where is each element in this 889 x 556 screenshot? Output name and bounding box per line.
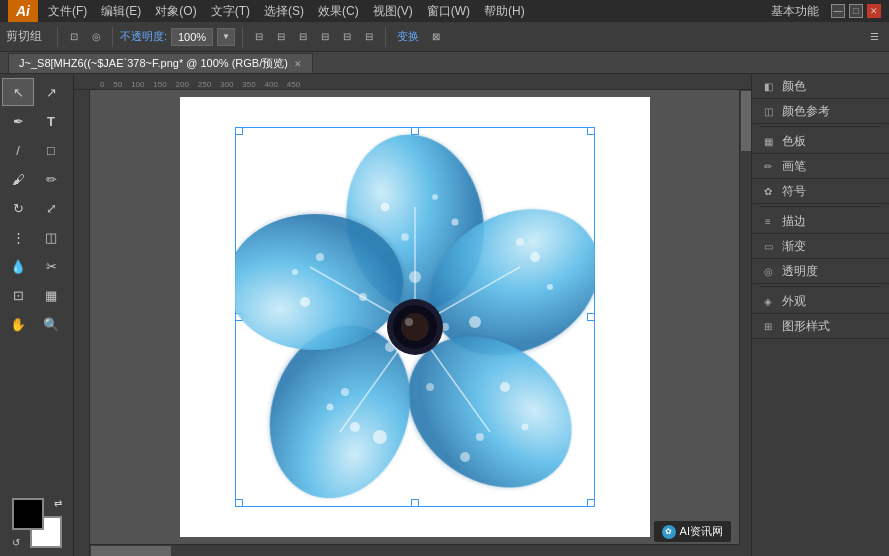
svg-point-25 [469,316,481,328]
opacity-input[interactable]: 100% [171,28,213,46]
menu-bar: 文件(F) 编辑(E) 对象(O) 文字(T) 选择(S) 效果(C) 视图(V… [42,1,531,22]
panel-color-guide-section: ◫ 颜色参考 [752,99,889,124]
direct-select-tool[interactable]: ↗ [35,78,67,106]
horizontal-scrollbar-thumb[interactable] [91,546,171,556]
watermark-text: AI资讯网 [680,524,723,539]
artboard[interactable] [180,97,650,537]
opacity-dropdown[interactable]: ▼ [217,28,235,46]
svg-point-6 [432,194,438,200]
toolbar: 剪切组 ⊡ ◎ 不透明度: 100% ▼ ⊟ ⊟ ⊟ ⊟ ⊟ ⊟ 变换 ⊠ ☰ [0,22,889,52]
ruler-top: 0 50 100 150 200 250 300 350 400 450 [74,74,751,90]
paintbrush-tool[interactable]: 🖌 [2,165,34,193]
toolbar-icon-7[interactable]: ⊟ [338,28,356,46]
panel-color-guide-header[interactable]: ◫ 颜色参考 [752,99,889,123]
bar-graph-tool[interactable]: ▦ [35,281,67,309]
color-reset-icon[interactable]: ↺ [12,537,20,548]
toolbar-icon-5[interactable]: ⊟ [294,28,312,46]
toolbar-separator-1 [57,27,58,47]
appearance-panel-label: 外观 [782,293,806,310]
svg-point-19 [292,269,298,275]
toolbar-icon-6[interactable]: ⊟ [316,28,334,46]
panel-stroke-header[interactable]: ≡ 描边 [752,209,889,233]
panel-stroke-section: ≡ 描边 [752,209,889,234]
artboard-tool[interactable]: ⊡ [2,281,34,309]
horizontal-scrollbar[interactable] [90,544,739,556]
menu-view[interactable]: 视图(V) [367,1,419,22]
svg-point-7 [401,233,409,241]
vertical-scrollbar[interactable] [739,90,751,544]
swatches-panel-icon: ▦ [760,133,776,149]
workspace-label: 基本功能 [771,3,819,20]
hand-tool[interactable]: ✋ [2,310,34,338]
vertical-scrollbar-thumb[interactable] [741,91,751,151]
type-tool[interactable]: T [35,107,67,135]
title-bar-left: Ai 文件(F) 编辑(E) 对象(O) 文字(T) 选择(S) 效果(C) 视… [8,0,531,22]
menu-help[interactable]: 帮助(H) [478,1,531,22]
close-button[interactable]: ✕ [867,4,881,18]
ruler-left [74,90,90,556]
color-switch-icon[interactable]: ⇄ [54,498,62,509]
toolbar-icon-2[interactable]: ◎ [87,28,105,46]
toolbar-icon-8[interactable]: ⊟ [360,28,378,46]
zoom-tool[interactable]: 🔍 [35,310,67,338]
menu-type[interactable]: 文字(T) [205,1,256,22]
rect-tool[interactable]: □ [35,136,67,164]
panel-appearance-header[interactable]: ◈ 外观 [752,289,889,313]
tool-row-5: ↻ ⤢ [2,194,71,222]
graphic-styles-panel-label: 图形样式 [782,318,830,335]
scissors-tool[interactable]: ✂ [35,252,67,280]
gradient-panel-icon: ▭ [760,238,776,254]
left-tools-panel: ↖ ↗ ✒ T / □ 🖌 ✏ ↻ ⤢ ⋮ ◫ 💧 ✂ ⊡ ▦ [0,74,74,556]
pencil-tool[interactable]: ✏ [35,165,67,193]
panel-graphic-styles-section: ⊞ 图形样式 [752,314,889,339]
appearance-panel-icon: ◈ [760,293,776,309]
brushes-panel-label: 画笔 [782,158,806,175]
panel-color-header[interactable]: ◧ 颜色 [752,74,889,98]
document-tab[interactable]: J~_S8[MHZ6((~$JAE`378~F.png* @ 100% (RGB… [8,53,313,73]
menu-window[interactable]: 窗口(W) [421,1,476,22]
foreground-color-box[interactable] [12,498,44,530]
swatches-panel-label: 色板 [782,133,806,150]
select-tool[interactable]: ↖ [2,78,34,106]
toolbar-icon-9[interactable]: ⊠ [427,28,445,46]
panel-gradient-header[interactable]: ▭ 渐变 [752,234,889,258]
graphic-styles-panel-icon: ⊞ [760,318,776,334]
toolbar-panel-toggle[interactable]: ☰ [865,28,883,46]
panel-transparency-section: ◎ 透明度 [752,259,889,284]
blend-tool[interactable]: ⋮ [2,223,34,251]
scale-tool[interactable]: ⤢ [35,194,67,222]
rotate-tool[interactable]: ↻ [2,194,34,222]
gradient-tool[interactable]: ◫ [35,223,67,251]
panel-swatches-section: ▦ 色板 [752,129,889,154]
menu-file[interactable]: 文件(F) [42,1,93,22]
minimize-button[interactable]: — [831,4,845,18]
panel-symbols-header[interactable]: ✿ 符号 [752,179,889,203]
toolbar-icon-1[interactable]: ⊡ [65,28,83,46]
menu-object[interactable]: 对象(O) [149,1,202,22]
tool-row-7: 💧 ✂ [2,252,71,280]
flower-svg [235,127,595,507]
tab-close-button[interactable]: ✕ [294,59,302,69]
toolbar-icon-3[interactable]: ⊟ [250,28,268,46]
transform-button[interactable]: 变换 [393,27,423,46]
panel-swatches-header[interactable]: ▦ 色板 [752,129,889,153]
scrollbar-corner [739,544,751,556]
panel-brushes-header[interactable]: ✏ 画笔 [752,154,889,178]
menu-effect[interactable]: 效果(C) [312,1,365,22]
svg-point-5 [380,202,390,212]
panel-separator-1 [760,126,881,127]
pen-tool[interactable]: ✒ [2,107,34,135]
tab-filename: J~_S8[MHZ6((~$JAE`378~F.png* @ 100% (RGB… [19,56,288,71]
svg-point-36 [401,313,429,341]
eyedropper-tool[interactable]: 💧 [2,252,34,280]
panel-graphic-styles-header[interactable]: ⊞ 图形样式 [752,314,889,338]
menu-edit[interactable]: 编辑(E) [95,1,147,22]
menu-select[interactable]: 选择(S) [258,1,310,22]
toolbar-icon-4[interactable]: ⊟ [272,28,290,46]
line-tool[interactable]: / [2,136,34,164]
svg-point-24 [426,383,434,391]
svg-point-14 [476,433,484,441]
maximize-button[interactable]: □ [849,4,863,18]
symbols-panel-label: 符号 [782,183,806,200]
panel-transparency-header[interactable]: ◎ 透明度 [752,259,889,283]
